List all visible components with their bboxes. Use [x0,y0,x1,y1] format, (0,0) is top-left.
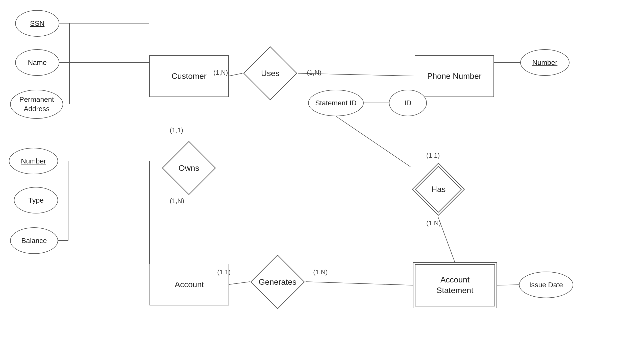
attribute-balance: Balance [10,227,58,254]
cardinality-customer-uses: (1,N) [213,69,228,77]
svg-line-16 [229,282,250,284]
cardinality-uses-phone: (1,N) [307,69,321,77]
cardinality-has-statement: (1,N) [426,219,441,227]
attribute-issue-date: Issue Date [519,272,573,298]
svg-line-20 [336,116,410,167]
attribute-type: Type [14,187,58,213]
cardinality-statement-id-has: (1,1) [426,152,440,159]
attribute-statement-id: Statement ID [308,90,364,116]
attribute-name: Name [15,49,59,76]
cardinality-owns-account: (1,N) [170,197,184,205]
er-diagram: Customer Phone Number Account AccountSta… [0,0,644,360]
svg-line-17 [306,282,413,285]
attribute-account-number: Number [9,148,58,174]
relationship-generates: Generates [250,254,306,310]
attribute-permanent-address: PermanentAddress [10,90,63,119]
cardinality-account-generates: (1,1) [217,268,231,276]
svg-line-6 [229,73,242,76]
entity-phone-number: Phone Number [415,55,494,97]
attribute-phone-number: Number [520,49,569,76]
svg-line-18 [497,285,519,285]
entity-account-statement: AccountStatement [413,262,497,308]
relationship-has: Has [410,161,466,217]
attribute-ssn: SSN [15,10,59,37]
cardinality-generates-statement: (1,N) [313,268,328,276]
relationship-owns: Owns [161,140,217,196]
attribute-id: ID [389,90,427,116]
cardinality-customer-owns: (1,1) [170,126,183,134]
relationship-uses: Uses [242,45,298,101]
